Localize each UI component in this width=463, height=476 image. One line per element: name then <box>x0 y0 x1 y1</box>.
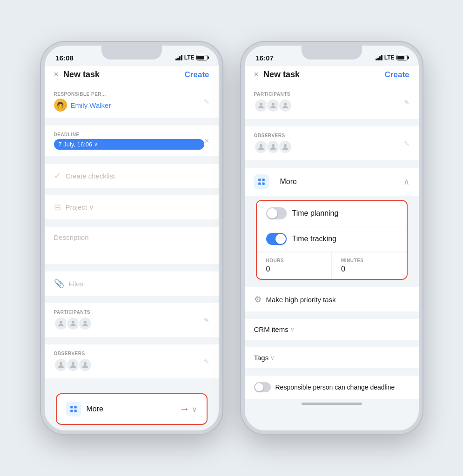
time-tracking-toggle[interactable] <box>266 233 287 245</box>
participants-row-left: PARTICIPANTS ✎ <box>45 303 219 337</box>
divider-r1 <box>245 123 419 126</box>
observers-content-right: OBSERVERS <box>254 133 404 154</box>
tags-section: Tags ∨ <box>245 347 419 368</box>
time-inputs-row: HOURS 0 MINUTES 0 <box>257 252 407 279</box>
svg-point-1 <box>72 321 74 324</box>
edit-participants-icon-right[interactable]: ✎ <box>404 99 409 106</box>
checklist-row[interactable]: ✓ Create checklist <box>45 164 219 188</box>
participant-avatar-right-3 <box>278 99 292 112</box>
svg-point-13 <box>260 144 262 147</box>
priority-section: ⚙ Make high priority task <box>245 287 419 311</box>
project-row[interactable]: ⊟ Project ∨ <box>45 195 219 219</box>
create-button-right[interactable]: Create <box>385 70 409 79</box>
create-button-left[interactable]: Create <box>185 70 209 79</box>
participants-content-left: PARTICIPANTS <box>54 310 204 331</box>
svg-rect-17 <box>262 178 264 181</box>
hours-value[interactable]: 0 <box>266 265 322 273</box>
edit-observers-icon-right[interactable]: ✎ <box>404 140 409 147</box>
svg-point-5 <box>84 362 87 365</box>
divider-r5 <box>245 372 419 376</box>
participants-section-right: PARTICIPANTS ✎ <box>245 85 419 119</box>
nav-left-right: × New task <box>254 70 300 79</box>
divider-r4 <box>245 344 419 347</box>
collapse-icon[interactable]: ∧ <box>403 177 409 187</box>
tags-dropdown-icon: ∨ <box>270 355 275 361</box>
divider2 <box>45 160 219 164</box>
deadline-badge[interactable]: 7 July, 16:06 ∨ <box>54 139 204 150</box>
hours-box: HOURS 0 <box>257 252 332 279</box>
screen-left: × New task Create RESPONSIBLE PER... 🧑 E… <box>45 66 219 430</box>
more-expanded-section: More ∧ <box>245 168 419 196</box>
time-planning-row: Time planning <box>257 201 407 226</box>
minutes-value[interactable]: 0 <box>341 265 397 273</box>
divider3 <box>45 192 219 195</box>
observers-avatars-left <box>54 358 204 372</box>
svg-rect-9 <box>74 410 76 412</box>
hours-label: HOURS <box>266 258 322 263</box>
observers-section-left: OBSERVERS ✎ <box>45 344 219 378</box>
description-placeholder[interactable]: Description <box>54 233 89 241</box>
signal-bars-left <box>175 55 182 60</box>
status-time-right: 16:07 <box>256 54 274 62</box>
participant-avatar-3 <box>78 317 92 331</box>
status-time-left: 16:08 <box>56 54 74 62</box>
crm-dropdown-icon: ∨ <box>290 326 295 333</box>
edit-responsible-icon[interactable]: ✎ <box>204 98 209 106</box>
files-section: 📎 Files <box>45 271 219 296</box>
svg-point-11 <box>272 103 275 106</box>
observers-section-right: OBSERVERS ✎ <box>245 126 419 160</box>
deadline-label: DEADLINE <box>54 132 204 137</box>
more-row-left[interactable]: More → ∨ <box>56 393 208 425</box>
page-title-left: New task <box>63 70 100 79</box>
priority-icon: ⚙ <box>254 294 262 304</box>
deadline-chevron-icon: ∨ <box>94 141 98 147</box>
battery-fill-right <box>397 56 404 60</box>
edit-participants-icon-left[interactable]: ✎ <box>204 317 209 324</box>
tags-row[interactable]: Tags ∨ <box>245 347 419 368</box>
svg-rect-19 <box>262 183 264 185</box>
priority-row[interactable]: ⚙ Make high priority task <box>245 287 419 311</box>
deadline-change-section: Responsible person can change deadline <box>245 376 419 399</box>
participants-label-right: PARTICIPANTS <box>254 92 404 97</box>
deadline-change-toggle[interactable] <box>254 382 271 392</box>
svg-rect-18 <box>258 183 261 185</box>
nav-bar-left: × New task Create <box>45 66 219 85</box>
time-tracking-label: Time tracking <box>292 235 397 243</box>
crm-label: CRM items <box>254 325 289 333</box>
divider6 <box>45 299 219 303</box>
close-button-left[interactable]: × <box>54 70 59 79</box>
observers-row-left: OBSERVERS ✎ <box>45 344 219 378</box>
checklist-label: Create checklist <box>66 172 115 180</box>
crm-row[interactable]: CRM items ∨ <box>245 319 419 340</box>
svg-rect-7 <box>74 406 76 408</box>
responsible-content: RESPONSIBLE PER... 🧑 Emily Walker <box>54 92 204 112</box>
minutes-box: MINUTES 0 <box>332 252 407 279</box>
time-planning-toggle[interactable] <box>266 207 287 219</box>
time-highlight-inner: Time planning Time tracking HOURS 0 <box>257 201 407 279</box>
status-icons-right: LTE <box>376 54 408 61</box>
svg-rect-8 <box>70 410 73 412</box>
files-label: Files <box>69 280 84 288</box>
more-header-row[interactable]: More ∧ <box>245 168 419 196</box>
notch-right <box>302 46 362 60</box>
tags-label: Tags <box>254 354 269 362</box>
participants-section-left: PARTICIPANTS ✎ <box>45 303 219 337</box>
deadline-content: DEADLINE 7 July, 16:06 ∨ <box>54 132 204 150</box>
project-icon: ⊟ <box>54 202 61 212</box>
svg-point-15 <box>284 144 287 147</box>
project-label: Project ∨ <box>66 203 94 212</box>
time-planning-thumb <box>267 208 277 218</box>
clear-deadline-icon[interactable]: × <box>204 136 209 146</box>
edit-observers-icon-left[interactable]: ✎ <box>204 358 209 365</box>
close-button-right[interactable]: × <box>254 70 259 79</box>
battery-left <box>196 55 208 60</box>
responsible-name: Emily Walker <box>71 101 111 109</box>
observer-avatar-right-3 <box>278 140 292 154</box>
left-phone: 16:08 LTE × New task Create RESPONSIBLE … <box>41 42 222 434</box>
participants-avatars-left <box>54 317 204 331</box>
files-row[interactable]: 📎 Files <box>45 271 219 296</box>
svg-point-3 <box>60 362 62 365</box>
svg-rect-16 <box>258 178 261 181</box>
time-tracking-row: Time tracking <box>257 226 407 252</box>
observers-label-left: OBSERVERS <box>54 351 204 356</box>
